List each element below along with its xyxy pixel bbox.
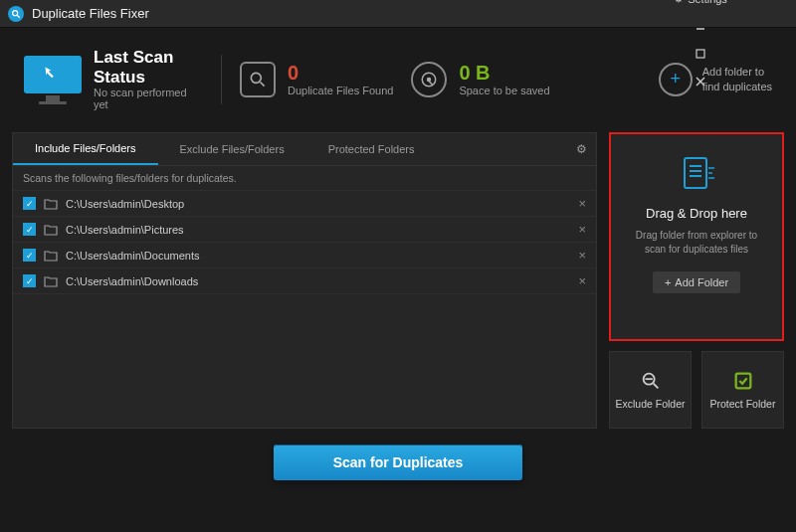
space-label: Space to be saved	[459, 85, 549, 96]
remove-row-button[interactable]: ×	[578, 248, 586, 263]
folder-icon	[44, 250, 58, 262]
scan-button[interactable]: Scan for Duplicates	[274, 444, 523, 480]
table-row[interactable]: ✓C:\Users\admin\Downloads×	[13, 268, 596, 294]
magnifier-icon	[240, 62, 276, 97]
monitor-icon	[24, 56, 82, 103]
checkbox[interactable]: ✓	[23, 249, 36, 262]
table-row[interactable]: ✓C:\Users\admin\Pictures×	[13, 217, 596, 243]
last-scan-sub: No scan performed yet	[94, 87, 203, 110]
svg-rect-11	[685, 158, 706, 188]
duplicates-count: 0	[288, 62, 393, 85]
last-scan-title: Last ScanStatus	[94, 48, 203, 87]
list-hint: Scans the following files/folders for du…	[13, 166, 596, 191]
remove-row-button[interactable]: ×	[578, 196, 586, 211]
space-saved-block: 0 B Space to be saved	[411, 62, 549, 97]
last-scan-block: Last ScanStatus No scan performed yet	[24, 48, 203, 110]
exclude-icon	[640, 370, 662, 392]
folder-path: C:\Users\admin\Documents	[66, 250, 570, 262]
folder-icon	[44, 275, 58, 287]
folder-rows: ✓C:\Users\admin\Desktop×✓C:\Users\admin\…	[13, 191, 596, 428]
folder-icon	[44, 198, 58, 210]
duplicates-label: Duplicate Files Found	[288, 85, 393, 96]
document-icon	[677, 154, 716, 198]
svg-point-9	[428, 78, 431, 81]
footer: Scan for Duplicates	[0, 429, 796, 490]
svg-line-10	[429, 81, 433, 85]
main-area: Include Files/Folders Exclude Files/Fold…	[0, 132, 796, 429]
plus-icon: +	[659, 63, 693, 96]
titlebar: Duplicate Files Fixer 🇺🇸 ▾ ▦ Action Cent…	[0, 0, 796, 28]
exclude-folder-label: Exclude Folder	[615, 398, 685, 410]
app-logo-icon	[8, 6, 24, 22]
add-folder-line1: Add folder to	[702, 65, 772, 79]
add-folder-link[interactable]: + Add folder to find duplicates	[659, 63, 772, 96]
separator	[221, 55, 222, 104]
settings-label: Settings	[688, 0, 727, 5]
disk-icon	[411, 62, 447, 97]
protect-folder-label: Protect Folder	[710, 398, 776, 410]
folder-list-panel: Include Files/Folders Exclude Files/Fold…	[12, 132, 597, 429]
table-row[interactable]: ✓C:\Users\admin\Documents×	[13, 243, 596, 268]
protect-icon	[732, 370, 754, 392]
drop-title: Drag & Drop here	[646, 206, 747, 221]
folder-path: C:\Users\admin\Downloads	[66, 275, 570, 287]
svg-point-0	[13, 10, 18, 15]
remove-row-button[interactable]: ×	[578, 273, 586, 288]
right-panel: Drag & Drop here Drag folder from explor…	[609, 132, 784, 429]
checkbox[interactable]: ✓	[23, 197, 36, 210]
protect-folder-button[interactable]: Protect Folder	[701, 351, 784, 429]
checkbox[interactable]: ✓	[23, 223, 36, 236]
settings-button[interactable]: ⚙ Settings	[674, 0, 727, 5]
add-folder-button-label: Add Folder	[675, 276, 728, 288]
space-count: 0 B	[459, 62, 549, 85]
svg-line-20	[653, 384, 658, 389]
folder-path: C:\Users\admin\Pictures	[66, 224, 570, 236]
svg-line-1	[17, 15, 20, 18]
maximize-button[interactable]	[694, 47, 707, 61]
tab-include[interactable]: Include Files/Folders	[13, 133, 158, 165]
svg-rect-3	[696, 50, 704, 58]
minimize-button[interactable]	[694, 19, 707, 33]
tabs: Include Files/Folders Exclude Files/Fold…	[13, 133, 596, 166]
svg-point-6	[251, 73, 261, 83]
gear-icon: ⚙	[674, 0, 684, 5]
table-row[interactable]: ✓C:\Users\admin\Desktop×	[13, 191, 596, 217]
tab-protected[interactable]: Protected Folders	[306, 134, 437, 164]
add-folder-button[interactable]: + Add Folder	[653, 271, 740, 293]
drop-sub: Drag folder from explorer to scan for du…	[621, 229, 772, 256]
app-title: Duplicate Files Fixer	[32, 6, 613, 21]
exclude-folder-button[interactable]: Exclude Folder	[609, 351, 692, 429]
folder-icon	[44, 224, 58, 236]
checkbox[interactable]: ✓	[23, 274, 36, 287]
svg-line-7	[261, 82, 265, 86]
duplicates-found-block: 0 Duplicate Files Found	[240, 62, 393, 97]
tab-exclude[interactable]: Exclude Files/Folders	[158, 134, 306, 164]
remove-row-button[interactable]: ×	[578, 222, 586, 237]
add-folder-line2: find duplicates	[702, 80, 772, 93]
drag-drop-zone[interactable]: Drag & Drop here Drag folder from explor…	[609, 132, 784, 341]
plus-icon: +	[665, 276, 671, 288]
tab-settings-button[interactable]: ⚙	[566, 142, 596, 156]
folder-path: C:\Users\admin\Desktop	[66, 198, 570, 210]
